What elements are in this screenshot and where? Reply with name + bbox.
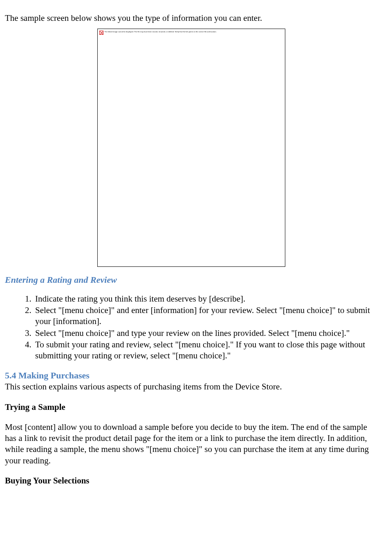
trying-sample-paragraph: Most [content] allow you to download a s… [5, 422, 377, 466]
list-item: To submit your rating and review, select… [34, 339, 377, 362]
list-item: Select "[menu choice]" and type your rev… [34, 328, 377, 339]
intro-paragraph: The sample screen below shows you the ty… [5, 13, 377, 24]
list-item: Indicate the rating you think this item … [34, 293, 377, 304]
heading-entering-rating: Entering a Rating and Review [5, 274, 377, 286]
heading-buying-selections: Buying Your Selections [5, 475, 377, 486]
purchases-intro-paragraph: This section explains various aspects of… [5, 381, 377, 392]
rating-steps-list: Indicate the rating you think this item … [5, 293, 377, 362]
broken-image-icon [99, 31, 103, 35]
heading-trying-sample: Trying a Sample [5, 402, 377, 413]
heading-making-purchases: 5.4 Making Purchases [5, 370, 377, 382]
broken-image-text: The linked image cannot be displayed. Th… [105, 31, 217, 33]
list-item: Select "[menu choice]" and enter [inform… [34, 305, 377, 327]
broken-image-placeholder: The linked image cannot be displayed. Th… [97, 29, 285, 267]
